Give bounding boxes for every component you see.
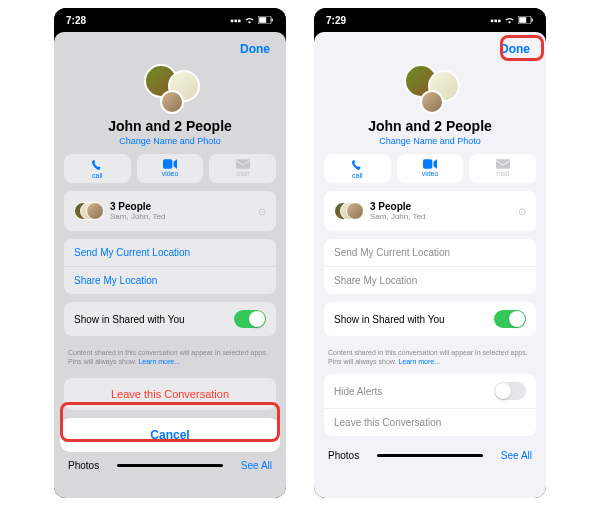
- mail-label: mail: [496, 170, 509, 177]
- photos-label: Photos: [328, 450, 359, 461]
- alerts-card: Hide Alerts Leave this Conversation: [324, 374, 536, 436]
- battery-icon: [258, 16, 274, 24]
- svg-rect-4: [236, 159, 250, 168]
- svg-rect-8: [423, 159, 432, 168]
- signal-icon: ▪▪▪: [490, 15, 501, 26]
- people-count: 3 People: [110, 201, 165, 212]
- change-name-link[interactable]: Change Name and Photo: [54, 136, 286, 146]
- svg-rect-1: [259, 17, 266, 23]
- chevron-right-icon: ⊙: [518, 206, 526, 217]
- share-location-button[interactable]: Share My Location: [64, 267, 276, 294]
- mail-button: mail: [469, 154, 536, 183]
- see-all-link[interactable]: See All: [501, 450, 532, 461]
- shared-note: Content shared in this conversation will…: [54, 344, 286, 374]
- video-button[interactable]: video: [397, 154, 464, 183]
- svg-rect-6: [519, 17, 526, 23]
- shared-label: Show in Shared with You: [334, 314, 445, 325]
- send-location-button[interactable]: Send My Current Location: [324, 239, 536, 267]
- done-button[interactable]: Done: [496, 40, 534, 58]
- mail-button: mail: [209, 154, 276, 183]
- call-label: call: [352, 172, 363, 179]
- header: Done: [54, 32, 286, 60]
- phone-icon: [351, 159, 363, 171]
- avatar-3: [160, 90, 184, 114]
- mail-label: mail: [236, 170, 249, 177]
- wifi-icon: [504, 16, 515, 24]
- avatar-3: [420, 90, 444, 114]
- people-avatars: [74, 199, 102, 223]
- battery-icon: [518, 16, 534, 24]
- photos-section: Photos See All: [314, 444, 546, 461]
- people-avatars: [334, 199, 362, 223]
- people-card[interactable]: 3 People Sam, John, Ted ⊙: [324, 191, 536, 231]
- conversation-title: John and 2 People: [54, 118, 286, 134]
- status-bar: 7:28 ▪▪▪: [54, 8, 286, 32]
- send-location-button[interactable]: Send My Current Location: [64, 239, 276, 267]
- done-button[interactable]: Done: [236, 40, 274, 58]
- status-time: 7:28: [66, 15, 86, 26]
- status-indicators: ▪▪▪: [230, 15, 274, 26]
- group-avatars: [314, 62, 546, 116]
- learn-more-link[interactable]: Learn more...: [138, 358, 180, 365]
- phone-icon: [91, 159, 103, 171]
- people-names: Sam, John, Ted: [110, 212, 165, 221]
- home-indicator: [377, 454, 483, 457]
- call-button[interactable]: call: [324, 154, 391, 183]
- signal-icon: ▪▪▪: [230, 15, 241, 26]
- svg-rect-9: [496, 159, 510, 168]
- svg-rect-2: [272, 19, 273, 22]
- people-count: 3 People: [370, 201, 425, 212]
- group-avatars: [54, 62, 286, 116]
- shared-toggle[interactable]: [234, 310, 266, 328]
- status-time: 7:29: [326, 15, 346, 26]
- status-bar: 7:29 ▪▪▪: [314, 8, 546, 32]
- svg-rect-3: [163, 159, 172, 168]
- video-label: video: [422, 170, 439, 177]
- photos-section: Photos See All: [54, 454, 286, 471]
- header: Done: [314, 32, 546, 60]
- leave-conversation-button[interactable]: Leave this Conversation: [324, 409, 536, 436]
- location-card: Send My Current Location Share My Locati…: [324, 239, 536, 294]
- people-names: Sam, John, Ted: [370, 212, 425, 221]
- people-card[interactable]: 3 People Sam, John, Ted ⊙: [64, 191, 276, 231]
- video-button[interactable]: video: [137, 154, 204, 183]
- wifi-icon: [244, 16, 255, 24]
- mail-icon: [236, 159, 250, 169]
- share-location-button[interactable]: Share My Location: [324, 267, 536, 294]
- shared-card: Show in Shared with You: [64, 302, 276, 336]
- hide-alerts-toggle[interactable]: [494, 382, 526, 400]
- chevron-right-icon: ⊙: [258, 206, 266, 217]
- see-all-link[interactable]: See All: [241, 460, 272, 471]
- call-label: call: [92, 172, 103, 179]
- home-indicator: [117, 464, 223, 467]
- mail-icon: [496, 159, 510, 169]
- shared-note: Content shared in this conversation will…: [314, 344, 546, 374]
- learn-more-link[interactable]: Learn more...: [398, 358, 440, 365]
- action-buttons: call video mail: [314, 154, 546, 183]
- screen: Done John and 2 People Change Name and P…: [314, 32, 546, 498]
- call-button[interactable]: call: [64, 154, 131, 183]
- action-buttons: call video mail: [54, 154, 286, 183]
- cancel-button[interactable]: Cancel: [60, 418, 280, 452]
- screen: Done John and 2 People Change Name and P…: [54, 32, 286, 498]
- status-indicators: ▪▪▪: [490, 15, 534, 26]
- phone-right: 7:29 ▪▪▪ Done John and 2 People Change N…: [314, 8, 546, 498]
- phone-left: 7:28 ▪▪▪ Done John and 2 People Change N…: [54, 8, 286, 498]
- video-label: video: [162, 170, 179, 177]
- video-icon: [423, 159, 437, 169]
- conversation-title: John and 2 People: [314, 118, 546, 134]
- hide-alerts-label: Hide Alerts: [334, 386, 382, 397]
- svg-rect-7: [532, 19, 533, 22]
- leave-conversation-button[interactable]: Leave this Conversation: [64, 378, 276, 410]
- video-icon: [163, 159, 177, 169]
- shared-toggle[interactable]: [494, 310, 526, 328]
- change-name-link[interactable]: Change Name and Photo: [314, 136, 546, 146]
- photos-label: Photos: [68, 460, 99, 471]
- location-card: Send My Current Location Share My Locati…: [64, 239, 276, 294]
- shared-card: Show in Shared with You: [324, 302, 536, 336]
- shared-label: Show in Shared with You: [74, 314, 185, 325]
